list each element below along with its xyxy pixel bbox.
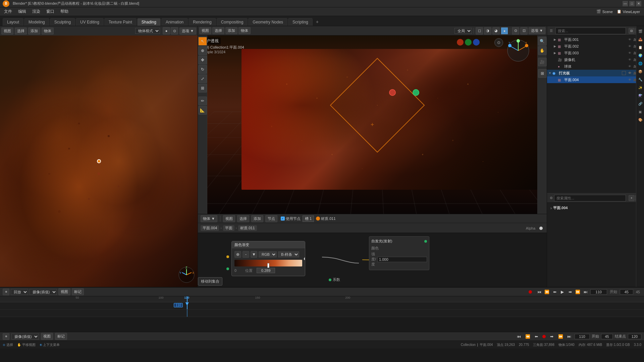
annotation-btn[interactable]: ✏ [198,97,207,105]
minimize-button[interactable]: — [623,1,628,6]
menu-help[interactable]: 帮助 [58,8,71,15]
plane002-eye[interactable]: 👁 [627,44,632,49]
plane003-eye[interactable]: 👁 [627,51,632,55]
tab-compositing[interactable]: Compositing [217,18,248,26]
tl-b-jump-end[interactable]: ⏭ [566,333,573,340]
scale-tool-btn[interactable]: ⤢ [198,74,207,83]
nt-view-btn[interactable]: 视图 [223,215,235,222]
rotate-tool-btn[interactable]: ↻ [198,65,207,74]
animation-mode-btn[interactable]: ⊕ [3,289,9,295]
transform-gizmo[interactable] [97,159,101,163]
factor-dot-green[interactable] [226,267,229,270]
select-tool-btn[interactable]: ↖ [198,37,207,46]
maximize-button[interactable]: □ [629,1,635,6]
add-tab-button[interactable]: + [313,18,321,26]
tab-shading[interactable]: Shading [137,18,161,26]
outliner-filter-btn[interactable]: ⊟ [629,28,635,34]
ramp-output-dot[interactable] [304,256,305,261]
factor-dot-yellow[interactable] [226,255,229,258]
tl-b-record[interactable] [542,335,546,338]
timeline-playhead[interactable] [187,302,187,309]
options-btn-left[interactable]: 选项 ▼ [179,27,196,35]
remove-stop-btn[interactable]: - [243,251,249,258]
cv-shading-render[interactable]: ● [501,27,508,35]
intensity-input[interactable] [377,257,427,262]
timeline-content[interactable]: 50 100 110 150 200 110 [0,296,644,332]
breadcrumb-object[interactable]: 平面.004 [201,225,219,231]
record-btn[interactable] [529,290,532,294]
outliner-search-input[interactable] [555,27,626,34]
expand-plane003[interactable]: ▶ [554,51,558,55]
tab-modeling[interactable]: Modeling [24,18,49,26]
expand-plane002[interactable]: ▶ [554,45,558,48]
cv-shading-wire[interactable]: ◻ [476,27,483,35]
mode-dropdown[interactable]: 物体模式 [135,28,160,34]
tl-bottom-view-btn[interactable]: 视图 [41,333,53,340]
tl-bottom-interp-dropdown[interactable]: 摄像(插值) [11,334,39,340]
scene-name[interactable]: Scene [602,10,613,14]
item-expand-icon[interactable]: › [550,206,552,210]
timeline-track-2[interactable] [0,310,644,317]
menu-render[interactable]: 渲染 [30,8,43,15]
jump-end-btn[interactable]: ⏭ [582,289,589,295]
expand-plane004[interactable]: ▶ [554,78,558,81]
cv-mode-dropdown[interactable]: 全局 [454,28,472,34]
outliner-item-plane002[interactable]: ▶ ▦ 平面.002 👁 🎥 ⬛ [547,43,644,50]
cv-xray-btn[interactable]: ⊡ [520,27,528,35]
view-menu-btn[interactable]: 视图 [1,27,13,35]
cv-object-btn[interactable]: 物体 [238,27,251,34]
gizmo-x[interactable] [457,39,464,46]
viewlayer-name[interactable]: ViewLayer [623,10,640,14]
grid-btn[interactable]: ⊞ [538,69,547,78]
frame-interp-dropdown[interactable]: 摄像(插值) [30,289,57,295]
gizmo-z[interactable] [473,39,480,46]
cv-view-btn[interactable]: 视图 [199,27,211,34]
expand-sphere[interactable]: ▶ [554,65,558,68]
close-button[interactable]: ✕ [636,1,641,6]
move-tool-btn[interactable]: ✥ [198,56,207,64]
pan-btn[interactable]: ✋ [538,46,547,55]
next-keyframe-btn[interactable]: ⏩ [575,289,581,295]
plane004-eye[interactable]: 👁 [627,77,632,82]
expand-collection[interactable]: ▼ [548,71,552,75]
playback-mode-dropdown[interactable]: 回放 [11,289,28,295]
nt-add-btn[interactable]: 添加 [251,215,263,222]
viewport-shading-btn[interactable]: ● [163,27,170,35]
cursor-tool-btn[interactable]: ⊕ [198,46,207,55]
alpha-dot[interactable] [539,227,543,230]
center-3d-viewport[interactable]: + 用户透视 (110) Collection1:平面.004 Sample 3… [198,36,547,214]
tab-animation[interactable]: Animation [161,18,188,26]
add-stop-btn[interactable]: ⊕ [234,251,241,258]
collection-checkbox[interactable] [622,71,626,75]
left-viewport-content[interactable]: X Y Z [0,36,198,287]
slot-dropdown[interactable]: 槽 1 [303,216,314,222]
expand-plane001[interactable]: ▶ [554,38,558,41]
jump-start-btn[interactable]: ⏮ [536,289,543,295]
cv-select-btn[interactable]: 选择 [212,27,224,34]
menu-edit[interactable]: 编辑 [15,8,29,15]
timeline-track[interactable]: 110 [0,302,644,310]
tl-b-next-key[interactable]: ⏩ [557,333,564,340]
tab-layout[interactable]: Layout [3,18,23,26]
nodes-content-area[interactable]: 颜色渐变 ⊕ - ▼ RGB B-样条 [198,233,547,287]
y-axis-handle[interactable] [413,89,419,96]
use-nodes-toggle[interactable]: ✓ 使用节点 [281,216,301,221]
tab-geometry-nodes[interactable]: Geometry Nodes [248,18,287,26]
play-btn[interactable]: ▶ [559,289,566,295]
tl-bottom-end-input[interactable] [628,334,641,339]
step-forward-btn[interactable]: ➡ [567,289,574,295]
ortho-perspective-btn[interactable]: ⊙ [494,38,503,47]
zoom-btn[interactable]: 🔍 [538,37,547,46]
menu-window[interactable]: 窗口 [44,8,57,15]
ramp-handle-1[interactable] [267,263,269,268]
tl-bottom-marker-btn[interactable]: 标记 [55,333,67,340]
breadcrumb-material[interactable]: 材质.011 [238,225,257,231]
interpolation-mode[interactable]: RGB [259,251,277,257]
material-selector[interactable]: 材质.011 [316,216,335,221]
cv-options-btn[interactable]: 选项 ▼ [529,27,545,34]
position-value-input[interactable] [257,268,275,273]
outliner-item-sphere[interactable]: ▶ ● 球体 👁 🎥 ⬛ [547,63,644,70]
ramp-out[interactable] [304,257,305,260]
factor-input-dot2[interactable] [226,266,229,271]
tl-b-step-fwd[interactable]: ➡ [548,333,555,340]
